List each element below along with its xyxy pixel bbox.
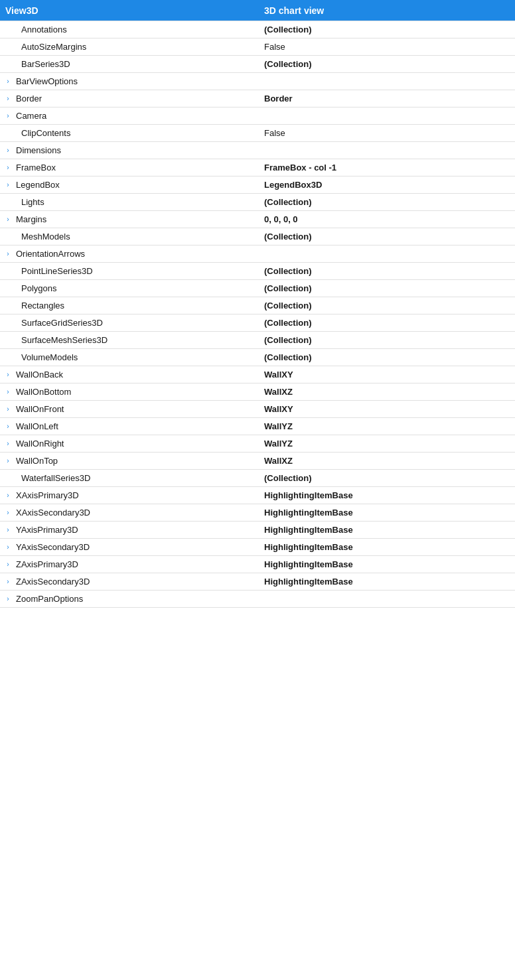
property-value: Border (259, 91, 515, 106)
property-name: MeshModels (21, 232, 255, 242)
chevron-icon[interactable]: › (3, 370, 13, 380)
property-name: OrientationArrows (16, 249, 255, 259)
property-value (259, 113, 515, 119)
property-value: FrameBox - col -1 (259, 160, 515, 175)
property-value: False (259, 39, 515, 54)
property-name: BarViewOptions (16, 76, 255, 86)
rows-container: Annotations(Collection)AutoSizeMarginsFa… (0, 21, 515, 608)
chevron-icon[interactable]: › (3, 456, 13, 466)
property-value: WallYZ (259, 419, 515, 434)
table-row: PointLineSeries3D(Collection) (0, 263, 515, 280)
chevron-icon[interactable]: › (3, 214, 13, 225)
header-row: View3D 3D chart view (0, 0, 515, 21)
property-name-col: ›FrameBox (0, 160, 259, 176)
property-value (259, 596, 515, 602)
chevron-icon[interactable]: › (3, 508, 13, 518)
property-name-col: ›BarViewOptions (0, 74, 259, 90)
chevron-icon[interactable]: › (3, 559, 13, 570)
chevron-icon[interactable]: › (3, 180, 13, 190)
property-name: PointLineSeries3D (21, 266, 255, 276)
property-name-col: SurfaceGridSeries3D (0, 315, 259, 330)
header-name-col: View3D (0, 3, 259, 19)
property-name-col: BarSeries3D (0, 56, 259, 72)
property-name: VolumeModels (21, 352, 255, 362)
chevron-icon[interactable]: › (3, 594, 13, 604)
chevron-icon[interactable]: › (3, 577, 13, 587)
property-value: HighlightingItemBase (259, 574, 515, 589)
chevron-icon[interactable]: › (3, 94, 13, 104)
chevron-icon[interactable]: › (3, 421, 13, 432)
table-row: Polygons(Collection) (0, 280, 515, 297)
property-name: ZoomPanOptions (16, 594, 255, 604)
property-value: (Collection) (259, 263, 515, 279)
property-name: Lights (21, 197, 255, 207)
table-row: ›BarViewOptions (0, 73, 515, 90)
chevron-icon[interactable]: › (3, 490, 13, 501)
property-name: Border (16, 94, 255, 104)
table-row: Lights(Collection) (0, 194, 515, 211)
chevron-icon[interactable]: › (3, 525, 13, 535)
table-row: Rectangles(Collection) (0, 297, 515, 315)
property-grid: View3D 3D chart view Annotations(Collect… (0, 0, 515, 608)
table-row: ›WallOnBottomWallXZ (0, 384, 515, 401)
property-name-col: ›WallOnFront (0, 401, 259, 417)
chevron-icon[interactable]: › (3, 163, 13, 173)
property-name-col: ›YAxisSecondary3D (0, 539, 259, 555)
chevron-icon[interactable]: › (3, 111, 13, 121)
property-value: (Collection) (259, 22, 515, 37)
property-name: Rectangles (21, 301, 255, 311)
property-value: HighlightingItemBase (259, 539, 515, 555)
chevron-icon[interactable]: › (3, 439, 13, 449)
property-name: ClipContents (21, 128, 255, 138)
table-row: ›WallOnTopWallXZ (0, 453, 515, 470)
property-name: YAxisPrimary3D (16, 525, 255, 535)
property-name: WaterfallSeries3D (21, 473, 255, 483)
property-name: BarSeries3D (21, 59, 255, 69)
property-value: 0, 0, 0, 0 (259, 212, 515, 227)
table-row: ›BorderBorder (0, 90, 515, 107)
property-name-col: ›LegendBox (0, 177, 259, 193)
property-name: Annotations (21, 25, 255, 35)
property-name-col: Annotations (0, 22, 259, 37)
property-name: Dimensions (16, 145, 255, 155)
property-name: AutoSizeMargins (21, 42, 255, 52)
table-row: ›ZAxisSecondary3DHighlightingItemBase (0, 573, 515, 591)
property-value: HighlightingItemBase (259, 505, 515, 520)
table-row: ›OrientationArrows (0, 245, 515, 263)
property-name-col: Polygons (0, 281, 259, 296)
chevron-icon[interactable]: › (3, 387, 13, 397)
property-name: XAxisSecondary3D (16, 508, 255, 518)
table-row: Annotations(Collection) (0, 21, 515, 38)
property-name: ZAxisSecondary3D (16, 577, 255, 587)
property-name: WallOnFront (16, 404, 255, 414)
table-row: MeshModels(Collection) (0, 228, 515, 245)
chevron-icon[interactable]: › (3, 542, 13, 553)
table-row: ›YAxisSecondary3DHighlightingItemBase (0, 539, 515, 556)
table-row: ›Margins0, 0, 0, 0 (0, 211, 515, 228)
property-value: HighlightingItemBase (259, 522, 515, 537)
table-row: AutoSizeMarginsFalse (0, 38, 515, 56)
table-row: ›YAxisPrimary3DHighlightingItemBase (0, 522, 515, 539)
property-name: WallOnBack (16, 370, 255, 380)
chevron-icon[interactable]: › (3, 404, 13, 415)
property-value: (Collection) (259, 56, 515, 72)
property-value: HighlightingItemBase (259, 488, 515, 503)
property-name: WallOnLeft (16, 421, 255, 431)
property-name-col: ›XAxisPrimary3D (0, 488, 259, 504)
property-name-col: ›Margins (0, 212, 259, 228)
chevron-icon[interactable]: › (3, 76, 13, 87)
property-name-col: ›WallOnBottom (0, 384, 259, 400)
property-name-col: ›YAxisPrimary3D (0, 522, 259, 538)
property-value: False (259, 125, 515, 141)
property-value: (Collection) (259, 470, 515, 486)
property-value: WallYZ (259, 436, 515, 451)
property-name: WallOnTop (16, 456, 255, 466)
property-value: (Collection) (259, 229, 515, 244)
property-value: HighlightingItemBase (259, 557, 515, 572)
table-row: ›WallOnRightWallYZ (0, 435, 515, 453)
chevron-icon[interactable]: › (3, 249, 13, 259)
property-name: Margins (16, 214, 255, 224)
property-name-col: ›ZAxisPrimary3D (0, 557, 259, 573)
property-name: SurfaceGridSeries3D (21, 318, 255, 328)
chevron-icon[interactable]: › (3, 145, 13, 156)
